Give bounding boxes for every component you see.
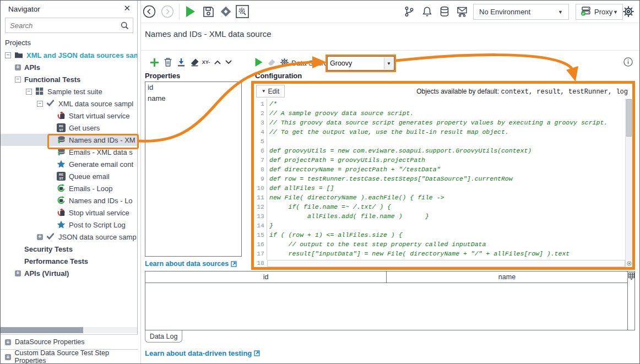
virt-icon — [57, 208, 66, 217]
code-content[interactable]: /*// A sample groovy data source script.… — [269, 99, 625, 260]
star-icon — [57, 220, 66, 229]
tree-item-queue-email[interactable]: RESTQueue email — [1, 170, 137, 182]
toolbar-separator — [179, 4, 180, 19]
expand-icon[interactable]: + — [5, 354, 11, 360]
resize-grip-icon[interactable] — [625, 260, 632, 267]
scrollbar-thumb[interactable] — [626, 99, 632, 137]
learn-data-sources-link[interactable]: Learn about data sources — [145, 260, 237, 268]
import-properties-button[interactable] — [175, 56, 187, 68]
tree-item-xml-and-json-data-sources-sam[interactable]: −XML and JSON data sources sam — [1, 49, 137, 61]
panel-datasource-properties[interactable]: +DataSource Properties — [1, 334, 138, 349]
tree-item-post-to-script-log[interactable]: Post to Script Log — [1, 219, 137, 231]
collapse-icon[interactable]: − — [26, 89, 32, 95]
options-gear-icon[interactable] — [278, 56, 290, 68]
tab-data-log[interactable]: Data Log — [145, 330, 182, 343]
database-icon[interactable] — [438, 5, 451, 18]
tree-item-xml-data-source-sampl[interactable]: −XML data source sampl — [1, 97, 137, 110]
tree-item-generate-email-cont[interactable]: Generate email cont — [1, 158, 137, 170]
api-discovery-icon[interactable] — [236, 5, 249, 18]
search-input[interactable] — [10, 20, 115, 30]
tree-item-apis[interactable]: +APIs — [1, 61, 137, 73]
tree-item-json-data-source-samp[interactable]: +JSON data source samp — [1, 231, 137, 243]
tree-item-get-users[interactable]: RESTGet users — [1, 122, 137, 134]
move-down-button[interactable] — [223, 56, 235, 68]
mail-network-icon[interactable] — [455, 5, 469, 18]
panel-label: Custom Data Source Test Step Properties — [15, 349, 138, 364]
editor-hscrollbar[interactable] — [267, 260, 625, 267]
notifications-bell-icon[interactable] — [420, 5, 433, 18]
move-up-button[interactable] — [211, 56, 224, 68]
expand-icon[interactable]: + — [37, 234, 43, 240]
property-item-name[interactable]: name — [145, 93, 241, 104]
tree-item-stop-virtual-service[interactable]: Stop virtual service — [1, 207, 137, 219]
run-button[interactable] — [184, 5, 197, 18]
back-button[interactable] — [143, 5, 156, 18]
grid-scroll-strip[interactable] — [627, 271, 634, 330]
panel-label: DataSource Properties — [15, 338, 84, 346]
settings-gear-icon[interactable] — [622, 5, 635, 18]
panel-custom-data-source-test-step-properties[interactable]: +Custom Data Source Test Step Properties — [1, 349, 138, 364]
datasource-type-select[interactable]: Groovy ▼ — [327, 56, 394, 70]
editor-vscrollbar[interactable] — [625, 99, 632, 260]
external-link-icon — [254, 350, 260, 356]
tree-item-performance-tests[interactable]: Performance Tests — [1, 255, 137, 267]
edit-button[interactable]: ▼ Edit — [256, 85, 285, 97]
groovy-script-editor[interactable]: 123456789101112131415161718 /*// A sampl… — [254, 99, 632, 267]
tree-item-label: APIs (Virtual) — [24, 269, 69, 278]
expand-icon[interactable]: + — [5, 339, 11, 345]
gutter-divider — [267, 99, 267, 260]
tree-item-emails-loop[interactable]: Emails - Loop — [1, 182, 137, 194]
navigator-panel: Navigator ✕ Projects −XML and JSON data … — [1, 1, 138, 364]
expand-icon[interactable]: + — [15, 64, 21, 70]
properties-list[interactable]: idname — [145, 82, 242, 257]
environment-value: No Environment — [479, 8, 530, 16]
tree-item-label: Sample test suite — [47, 88, 102, 96]
datasource-icon — [57, 135, 66, 144]
tree-item-emails-xml-data-s[interactable]: Emails - XML data s — [1, 146, 137, 158]
configuration-panel: ▼ Edit Objects available by default: con… — [251, 81, 635, 270]
table-options-icon[interactable] — [628, 272, 634, 282]
property-item-id[interactable]: id — [145, 82, 241, 93]
tree-item-functional-tests[interactable]: −Functional Tests — [1, 73, 137, 85]
navigator-hscrollbar[interactable] — [1, 327, 137, 333]
clear-grid-button[interactable] — [265, 56, 278, 68]
divider — [141, 50, 640, 51]
testsuite-icon — [35, 87, 44, 96]
grid-column-id[interactable]: id — [145, 271, 386, 282]
save-icon[interactable] — [202, 5, 215, 18]
add-property-button[interactable] — [148, 56, 160, 68]
search-icon[interactable] — [121, 21, 129, 32]
forward-button[interactable] — [161, 5, 174, 18]
delete-property-button[interactable] — [162, 56, 174, 68]
run-datasource-button[interactable] — [253, 56, 265, 68]
tree-item-names-and-ids-xm[interactable]: Names and IDs - XM — [1, 134, 137, 146]
virt-icon — [57, 111, 66, 120]
scrollbar-thumb[interactable] — [1, 327, 83, 333]
jira-diamond-icon[interactable] — [219, 5, 232, 18]
collapse-icon[interactable]: − — [37, 101, 43, 107]
projects-label: Projects — [5, 39, 31, 47]
tree-item-names-and-ids-lo[interactable]: Names and IDs - Lo — [1, 194, 137, 207]
datasource-icon — [57, 148, 66, 156]
proxy-select[interactable]: Proxy ▼ — [576, 4, 623, 20]
tree-item-apis-virtual[interactable]: +APIs (Virtual) — [1, 267, 137, 279]
sort-properties-button[interactable]: XY- — [200, 56, 212, 68]
tree-item-label: JSON data source samp — [58, 233, 137, 241]
close-icon[interactable]: ✕ — [123, 3, 131, 13]
tree-item-start-virtual-service[interactable]: Start virtual service — [1, 110, 137, 122]
environment-select[interactable]: No Environment ▼ — [473, 4, 569, 20]
tree-item-security-tests[interactable]: Security Tests — [1, 243, 137, 255]
collapse-icon[interactable]: − — [5, 52, 11, 58]
git-branch-icon[interactable] — [403, 5, 416, 18]
collapse-icon[interactable]: − — [15, 77, 21, 83]
learn-data-driven-link[interactable]: Learn about data-driven testing — [145, 349, 260, 357]
navigator-header: Navigator ✕ — [1, 1, 137, 17]
info-icon[interactable] — [623, 57, 633, 69]
grid-column-name[interactable]: name — [386, 271, 627, 282]
expand-icon[interactable]: + — [15, 270, 21, 276]
rest-icon: REST — [57, 172, 66, 181]
clear-properties-button[interactable] — [188, 56, 200, 68]
tree-item-label: Emails - XML data s — [69, 148, 133, 156]
tree-item-sample-test-suite[interactable]: −Sample test suite — [1, 85, 137, 97]
configuration-label: Configuration — [255, 72, 302, 80]
